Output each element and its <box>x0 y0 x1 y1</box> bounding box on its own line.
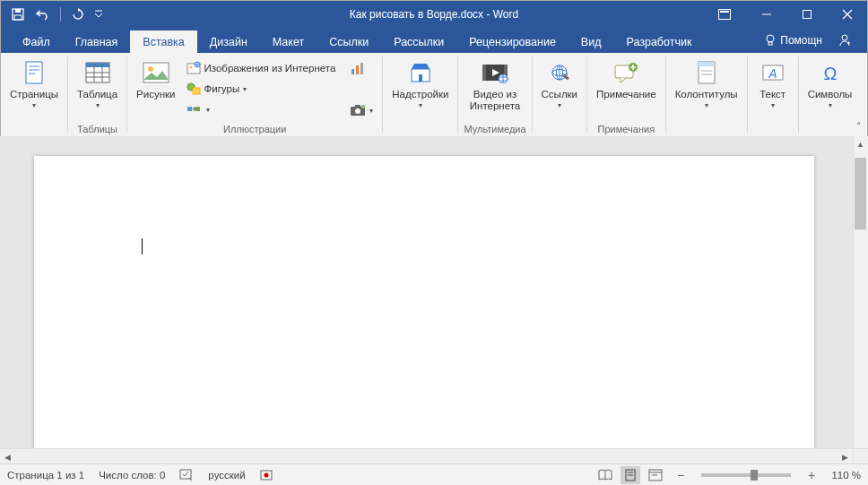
svg-point-68 <box>264 472 268 477</box>
minimize-button[interactable] <box>746 1 786 28</box>
maximize-button[interactable] <box>786 1 827 28</box>
chevron-down-icon: ▾ <box>705 101 708 109</box>
screenshot-button[interactable]: + ▾ <box>346 100 377 120</box>
shapes-button[interactable]: Фигуры ▾ <box>183 79 340 99</box>
zoom-in-button[interactable]: + <box>802 466 821 484</box>
language-indicator[interactable]: русский <box>208 470 245 481</box>
vertical-scroll-thumb[interactable] <box>855 158 866 230</box>
tab-review[interactable]: Рецензирование <box>456 30 569 53</box>
scroll-corner <box>853 448 868 463</box>
tab-design[interactable]: Дизайн <box>197 30 260 53</box>
page-canvas[interactable] <box>34 156 814 463</box>
pictures-button[interactable]: Рисунки <box>133 56 178 102</box>
tell-me-label: Помощн <box>780 34 822 47</box>
pages-label: Страницы <box>10 89 58 100</box>
qat-customize-button[interactable] <box>93 4 104 24</box>
tab-home[interactable]: Главная <box>63 30 131 53</box>
shapes-icon <box>187 82 201 96</box>
addins-label: Надстройки <box>392 89 448 100</box>
window-title: Как рисовать в Ворде.docx - Word <box>350 8 518 21</box>
online-pictures-button[interactable]: Изображения из Интернета <box>183 58 340 78</box>
group-tables-label: Таблицы <box>77 124 117 136</box>
online-picture-icon <box>187 61 201 75</box>
vertical-scrollbar[interactable]: ▲ ▼ <box>853 136 868 463</box>
group-pages: Страницы ▾ <box>1 53 67 136</box>
collapse-ribbon-button[interactable]: ˄ <box>856 121 862 133</box>
textbox-icon: A <box>759 58 787 87</box>
text-button[interactable]: A Текст ▾ <box>753 56 793 111</box>
scroll-up-button[interactable]: ▲ <box>853 136 868 152</box>
share-button[interactable] <box>831 29 858 52</box>
tab-layout[interactable]: Макет <box>260 30 317 53</box>
zoom-out-button[interactable]: − <box>671 466 690 484</box>
online-video-label: Видео из Интернета <box>470 89 520 112</box>
text-label: Текст <box>760 89 786 100</box>
tab-references[interactable]: Ссылки <box>317 30 381 53</box>
ribbon-display-options-button[interactable] <box>707 1 742 28</box>
tab-developer[interactable]: Разработчик <box>613 30 704 53</box>
window-controls <box>707 1 867 28</box>
svg-text:Ω: Ω <box>823 64 837 83</box>
group-media: Видео из Интернета Мультимедиа <box>458 53 531 136</box>
svg-rect-33 <box>195 107 200 111</box>
text-cursor <box>142 238 143 255</box>
zoom-level[interactable]: 110 % <box>827 470 861 481</box>
svg-rect-1 <box>15 9 21 13</box>
table-label: Таблица <box>77 89 117 100</box>
read-mode-button[interactable] <box>595 466 615 484</box>
svg-rect-43 <box>419 74 422 82</box>
chart-button[interactable] <box>346 58 377 78</box>
tab-insert[interactable]: Вставка <box>130 30 196 53</box>
group-addins: Надстройки ▾ <box>383 53 457 136</box>
svg-rect-60 <box>699 62 715 66</box>
print-layout-button[interactable] <box>621 466 640 484</box>
tab-mailings[interactable]: Рассылки <box>381 30 456 53</box>
symbols-label: Символы <box>808 89 853 100</box>
links-button[interactable]: Ссылки ▾ <box>538 56 582 111</box>
statusbar: Страница 1 из 1 Число слов: 0 русский − … <box>0 463 868 485</box>
table-button[interactable]: Таблица ▾ <box>74 56 121 111</box>
scroll-left-button[interactable]: ◀ <box>0 449 15 463</box>
chevron-down-icon: ▾ <box>829 101 832 109</box>
online-video-button[interactable]: Видео из Интернета <box>466 56 524 114</box>
chevron-down-icon: ▾ <box>419 101 422 109</box>
svg-point-12 <box>842 35 847 40</box>
shapes-label: Фигуры <box>204 83 240 94</box>
chart-icon <box>350 60 366 76</box>
comment-button[interactable]: Примечание <box>593 56 660 102</box>
addins-button[interactable]: Надстройки ▾ <box>388 56 452 111</box>
group-comments-label: Примечания <box>598 124 655 136</box>
pictures-label: Рисунки <box>136 89 175 100</box>
page-indicator[interactable]: Страница 1 из 1 <box>7 470 84 481</box>
zoom-slider-thumb[interactable] <box>751 470 758 481</box>
word-count[interactable]: Число слов: 0 <box>99 470 165 481</box>
group-illustrations: Рисунки Изображения из Интернета Фигуры … <box>127 53 382 136</box>
web-layout-button[interactable] <box>646 466 665 484</box>
zoom-slider[interactable] <box>701 473 791 477</box>
tell-me-button[interactable]: Помощн <box>759 30 828 50</box>
tab-view[interactable]: Вид <box>569 30 614 53</box>
group-text: A Текст ▾ <box>748 53 798 136</box>
symbols-button[interactable]: Ω Символы ▾ <box>804 56 856 111</box>
header-footer-button[interactable]: Колонтитулы ▾ <box>672 56 742 111</box>
macro-indicator[interactable] <box>260 469 273 481</box>
svg-rect-7 <box>803 11 811 19</box>
links-label: Ссылки <box>542 89 578 100</box>
smartart-button[interactable]: ▾ <box>183 100 340 119</box>
close-button[interactable] <box>827 1 867 28</box>
save-button[interactable] <box>8 4 28 24</box>
svg-rect-34 <box>352 69 354 74</box>
group-tables: Таблица ▾ Таблицы <box>68 53 126 136</box>
group-headerfooter: Колонтитулы ▾ <box>666 53 747 136</box>
horizontal-scrollbar[interactable]: ◀ ▶ <box>0 448 853 463</box>
pages-button[interactable]: Страницы ▾ <box>6 56 62 111</box>
redo-button[interactable] <box>68 4 88 24</box>
svg-rect-36 <box>360 63 363 74</box>
document-area: ▲ ▼ ◀ ▶ <box>0 136 868 463</box>
chevron-down-icon: ▾ <box>771 101 775 109</box>
tab-file[interactable]: Файл <box>10 30 63 53</box>
spellcheck-indicator[interactable] <box>179 469 194 481</box>
scroll-right-button[interactable]: ▶ <box>838 449 853 463</box>
undo-button[interactable] <box>33 4 53 24</box>
chevron-down-icon: ▾ <box>32 101 36 109</box>
